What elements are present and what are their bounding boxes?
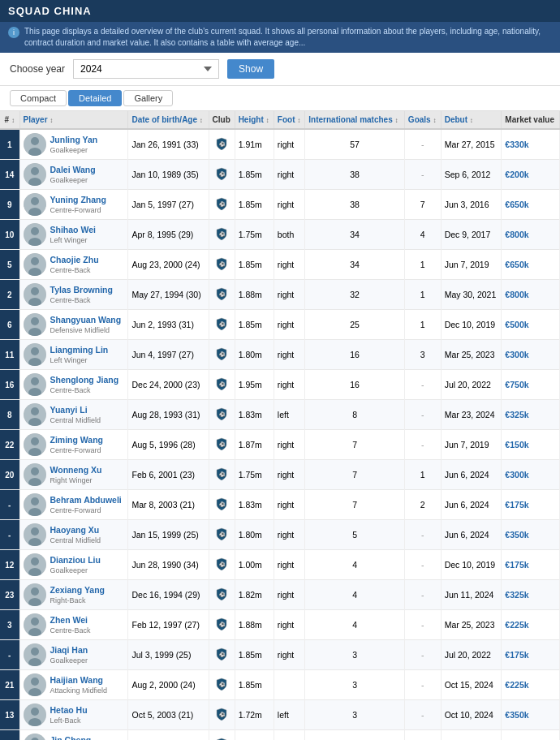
player-name[interactable]: Shihao Wei <box>50 225 96 235</box>
player-avatar <box>24 703 46 726</box>
player-height: 1.91m <box>235 129 274 160</box>
player-debut: Mar 23, 2024 <box>441 400 502 430</box>
player-club: ⚽ <box>209 430 235 460</box>
player-name[interactable]: Behram Abduweli <box>50 495 122 506</box>
player-foot: right <box>274 250 304 280</box>
player-intl: 34 <box>305 250 405 280</box>
info-icon: i <box>8 27 19 38</box>
player-name[interactable]: Haijian Wang <box>50 675 108 686</box>
tab-compact[interactable]: Compact <box>10 90 67 106</box>
player-goals: - <box>404 700 441 730</box>
player-cell: Dalei Wang Goalkeeper <box>19 160 128 190</box>
svg-point-25 <box>31 317 39 325</box>
player-position: Right-Back <box>50 596 86 604</box>
player-goals: - <box>404 670 441 700</box>
player-avatar <box>24 583 46 606</box>
player-height: 1.85m <box>235 250 274 280</box>
player-intl: 16 <box>305 370 405 400</box>
year-label: Choose year <box>10 63 65 75</box>
player-position: Central Midfield <box>50 536 101 544</box>
player-dob: Jun 2, 1993 (31) <box>128 310 209 340</box>
tab-detailed[interactable]: Detailed <box>68 90 122 106</box>
col-goals[interactable]: Goals ↕ <box>404 111 441 129</box>
player-debut: Oct 10, 2024 <box>441 700 502 730</box>
player-name[interactable]: Jiaqi Han <box>50 645 88 656</box>
col-dob[interactable]: Date of birth/Age ↕ <box>128 111 209 129</box>
player-name[interactable]: Shangyuan Wang <box>50 315 122 325</box>
player-number: 14 <box>0 160 19 190</box>
player-name[interactable]: Chaojie Zhu <box>50 255 99 265</box>
player-cell: Liangming Lin Left Winger <box>19 340 128 370</box>
player-intl: 34 <box>305 220 405 250</box>
show-button[interactable]: Show <box>227 59 274 79</box>
player-position: Centre-Back <box>50 386 91 394</box>
player-height: 1.83m <box>235 400 274 430</box>
player-name[interactable]: Haoyang Xu <box>50 525 101 536</box>
player-avatar <box>24 523 46 546</box>
player-debut: Jun 6, 2024 <box>441 460 502 490</box>
svg-point-1 <box>31 137 39 145</box>
svg-text:⚽: ⚽ <box>219 471 226 478</box>
col-debut[interactable]: Debut ↕ <box>441 111 502 129</box>
player-name[interactable]: Tylas Browning <box>50 285 113 295</box>
info-text: This page displays a detailed overview o… <box>24 26 552 49</box>
player-name[interactable]: Junling Yan <box>50 135 98 145</box>
player-number: 23 <box>0 580 19 610</box>
player-name[interactable]: Wonneng Xu <box>50 465 102 475</box>
player-club: ⚽ <box>209 250 235 280</box>
player-debut: Dec 10, 2019 <box>441 310 502 340</box>
year-select[interactable]: 2020 2021 2022 2023 2024 2025 <box>73 59 219 79</box>
player-name[interactable]: Ziming Wang <box>50 435 104 445</box>
player-position: Centre-Back <box>50 626 91 635</box>
player-dob: Feb 12, 1997 (27) <box>128 610 209 640</box>
player-cell: Shenglong Jiang Centre-Back <box>19 370 128 400</box>
player-name[interactable]: Zexiang Yang <box>50 585 106 596</box>
player-name[interactable]: Zhen Wei <box>50 615 91 626</box>
player-name[interactable]: Yuning Zhang <box>50 195 106 205</box>
player-name[interactable]: Hetao Hu <box>50 705 88 716</box>
player-position: Centre-Forward <box>50 446 101 454</box>
player-goals: 1 <box>404 310 441 340</box>
player-avatar <box>24 163 46 186</box>
col-foot[interactable]: Foot ↕ <box>274 111 304 129</box>
svg-text:⚽: ⚽ <box>219 652 226 658</box>
table-row: 15 Jin Cheng Attacking Midfield Feb 18, … <box>0 730 560 741</box>
table-row: 20 Wonneng Xu Right Winger Feb 6, 2001 (… <box>0 460 560 490</box>
player-cell: Ziming Wang Centre-Forward <box>19 430 128 460</box>
player-height: 1.88m <box>235 280 274 310</box>
player-name[interactable]: Dianziou Liu <box>50 555 101 566</box>
player-avatar <box>24 223 46 246</box>
table-row: 12 Dianziou Liu Goalkeeper Jun 28, 1990 … <box>0 550 560 580</box>
tab-gallery[interactable]: Gallery <box>123 90 173 106</box>
player-goals: - <box>404 370 441 400</box>
player-goals: 1 <box>404 250 441 280</box>
player-goals: 4 <box>404 220 441 250</box>
table-row: 1 Junling Yan Goalkeeper Jan 26, 1991 (3… <box>0 129 560 160</box>
svg-point-49 <box>31 497 39 506</box>
svg-text:⚽: ⚽ <box>219 201 226 208</box>
player-name[interactable]: Yuanyi Li <box>50 405 101 415</box>
player-club: ⚽ <box>209 220 235 250</box>
player-name[interactable]: Jin Cheng <box>50 735 108 740</box>
col-height[interactable]: Height ↕ <box>235 111 274 129</box>
player-market: €300k <box>502 460 560 490</box>
player-height: 1.88m <box>235 610 274 640</box>
player-intl: 8 <box>305 400 405 430</box>
player-position: Goalkeeper <box>50 176 88 184</box>
player-avatar <box>24 493 46 516</box>
player-number: 8 <box>0 400 19 430</box>
player-club: ⚽ <box>209 730 235 741</box>
player-foot: right <box>274 430 304 460</box>
player-number: - <box>0 520 19 550</box>
player-name[interactable]: Shenglong Jiang <box>50 375 119 385</box>
player-number: 13 <box>0 700 19 730</box>
table-row: 22 Ziming Wang Centre-Forward Aug 5, 199… <box>0 430 560 460</box>
col-intl[interactable]: International matches ↕ <box>305 111 405 129</box>
player-dob: Jan 10, 1989 (35) <box>128 160 209 190</box>
player-market: €325k <box>502 400 560 430</box>
table-row: 21 Haijian Wang Attacking Midfield Aug 2… <box>0 670 560 700</box>
player-club: ⚽ <box>209 190 235 220</box>
player-name[interactable]: Liangming Lin <box>50 345 109 355</box>
col-player[interactable]: Player ↕ <box>19 111 128 129</box>
player-name[interactable]: Dalei Wang <box>50 165 96 175</box>
